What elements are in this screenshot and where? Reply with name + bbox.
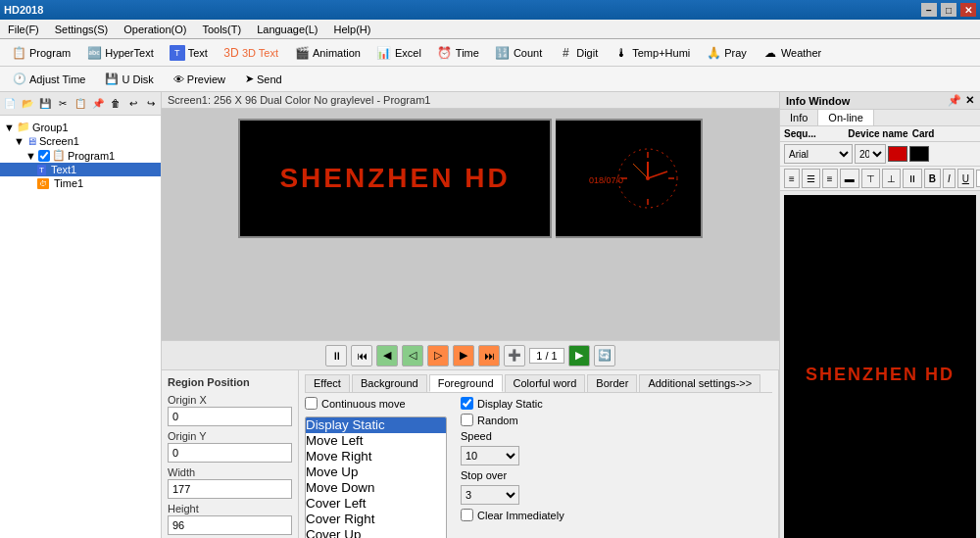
underline-button[interactable]: U	[957, 169, 974, 188]
menu-tools[interactable]: Tools(T)	[194, 22, 249, 37]
font-select[interactable]: Arial	[784, 144, 853, 164]
display-static-label: Display Static	[477, 398, 543, 410]
tree-delete-btn[interactable]: 🗑	[107, 95, 123, 113]
canvas-right[interactable]: 018/07/0	[556, 119, 703, 238]
next-button[interactable]: ▶	[453, 345, 474, 367]
zoom-input[interactable]	[976, 170, 980, 187]
align-vcenter-button[interactable]: ⊥	[882, 169, 901, 188]
tree-paste-btn[interactable]: 📌	[89, 95, 106, 113]
next-fast-button[interactable]: ⏭	[478, 345, 500, 367]
preview-header: Screen1: 256 X 96 Dual Color No grayleve…	[162, 92, 779, 109]
prev-slow-button[interactable]: ◁	[402, 345, 423, 367]
tree-cut-btn[interactable]: ✂	[55, 95, 72, 113]
tab-foreground[interactable]: Foreground	[429, 374, 503, 392]
preview-icon: 👁	[173, 73, 184, 85]
tree-new-btn[interactable]: 📄	[2, 95, 19, 113]
tab-effect[interactable]: Effect	[305, 374, 350, 392]
tab-additional[interactable]: Additional settings->>	[639, 374, 760, 392]
adjust-time-button[interactable]: 🕐 Adjust Time	[4, 70, 94, 88]
canvas-left[interactable]: SHENZHEN HD	[238, 119, 552, 238]
excel-button[interactable]: 📊 Excel	[369, 42, 428, 64]
digit-icon: #	[558, 45, 573, 61]
main-toolbar: 📋 Program 🔤 HyperText T Text 3D 3D Text …	[0, 39, 980, 67]
tab-info[interactable]: Info	[780, 110, 818, 125]
tree-undo-btn[interactable]: ↩	[124, 95, 141, 113]
close-info-icon[interactable]: ✕	[965, 94, 974, 107]
origin-y-input[interactable]	[168, 443, 292, 463]
temphumi-button[interactable]: 🌡 Temp+Humi	[607, 42, 697, 64]
count-button[interactable]: 🔢 Count	[488, 42, 549, 64]
3dtext-button[interactable]: 3D 3D Text	[217, 42, 285, 64]
tree-open-btn[interactable]: 📂	[20, 95, 36, 113]
origin-x-input[interactable]	[168, 407, 292, 426]
send-button[interactable]: ➤ Send	[236, 70, 291, 88]
col-card: Card	[912, 128, 976, 139]
udisk-button[interactable]: 💾 U Disk	[96, 70, 162, 88]
width-input[interactable]	[168, 479, 292, 499]
prev-fast-button[interactable]: ⏮	[351, 345, 372, 367]
weather-button[interactable]: ☁ Weather	[756, 42, 828, 64]
height-input[interactable]	[168, 515, 292, 535]
program1-checkbox[interactable]	[38, 150, 50, 162]
hypertext-icon: 🔤	[86, 45, 102, 61]
loop-button[interactable]: 🔄	[594, 345, 615, 367]
pin-icon[interactable]: 📌	[948, 94, 961, 107]
align-center-button[interactable]: ☰	[802, 169, 820, 188]
random-checkbox[interactable]	[461, 414, 473, 426]
tree-screen1[interactable]: ▼ 🖥 Screen1	[0, 134, 161, 148]
display-static-checkbox[interactable]	[461, 397, 473, 410]
font-size-select[interactable]: 20 12 14 16 24 32	[855, 144, 886, 164]
tree-program1[interactable]: ▼ 📋 Program1	[0, 148, 161, 163]
expand-icon: ▼	[4, 122, 15, 133]
time-button[interactable]: ⏰ Time	[430, 42, 486, 64]
bold-button[interactable]: B	[924, 169, 941, 188]
menu-help[interactable]: Help(H)	[326, 22, 379, 37]
maximize-button[interactable]: □	[941, 3, 956, 17]
preview-button[interactable]: 👁 Preview	[165, 71, 234, 88]
tree-copy-btn[interactable]: 📋	[73, 95, 89, 113]
tree-redo-btn[interactable]: ↪	[142, 95, 159, 113]
menu-language[interactable]: Language(L)	[249, 22, 325, 37]
menu-operation[interactable]: Operation(O)	[116, 22, 194, 37]
tab-border[interactable]: Border	[587, 374, 637, 392]
animation-button[interactable]: 🎬 Animation	[287, 42, 368, 64]
pause-button[interactable]: ⏸	[325, 345, 347, 367]
screen-icon: 🖥	[26, 135, 37, 147]
foreground-color[interactable]	[888, 146, 907, 162]
tab-online[interactable]: On-line	[818, 110, 873, 125]
stop-over-select[interactable]: 3 1 5	[461, 485, 519, 505]
align-justify-button[interactable]: ▬	[840, 169, 859, 188]
tab-background[interactable]: Background	[352, 374, 427, 392]
prev-button[interactable]: ◀	[376, 345, 398, 367]
clear-immediately-checkbox[interactable]	[461, 509, 473, 521]
align-top-button[interactable]: ⊤	[861, 169, 880, 188]
next-slow-button[interactable]: ▷	[427, 345, 449, 367]
menu-settings[interactable]: Settings(S)	[47, 22, 116, 37]
tree-text1[interactable]: T Text1	[0, 163, 161, 176]
pray-button[interactable]: 🙏 Pray	[699, 42, 754, 64]
tab-colorful[interactable]: Colorful word	[505, 374, 586, 392]
expand-icon: ▼	[25, 150, 36, 162]
align-left-button[interactable]: ≡	[784, 169, 800, 188]
tree-save-btn[interactable]: 💾	[37, 95, 54, 113]
tree-group1[interactable]: ▼ 📁 Group1	[0, 120, 161, 134]
program-button[interactable]: 📋 Program	[4, 42, 77, 64]
stop-over-label: Stop over	[461, 469, 507, 481]
menu-file[interactable]: File(F)	[0, 22, 47, 37]
continuous-move-checkbox[interactable]	[305, 397, 318, 410]
pause2-button[interactable]: ⏸	[903, 169, 922, 188]
text-button[interactable]: T Text	[163, 42, 215, 64]
effect-list[interactable]: Display Static Move Left Move Right Move…	[305, 416, 447, 538]
hypertext-button[interactable]: 🔤 HyperText	[79, 42, 161, 64]
italic-button[interactable]: I	[943, 169, 956, 188]
align-right-button[interactable]: ≡	[822, 169, 838, 188]
add-frame-button[interactable]: ➕	[504, 345, 525, 367]
minimize-button[interactable]: −	[921, 3, 937, 17]
background-color[interactable]	[909, 146, 929, 162]
close-button[interactable]: ✕	[960, 3, 976, 17]
speed-select[interactable]: 10 5 20	[461, 446, 519, 465]
effect-panel: Effect Background Foreground Colorful wo…	[299, 370, 779, 538]
play-button[interactable]: ▶	[568, 345, 590, 367]
digit-button[interactable]: # Digit	[551, 42, 605, 64]
tree-time1[interactable]: ⏱ Time1	[0, 176, 161, 190]
